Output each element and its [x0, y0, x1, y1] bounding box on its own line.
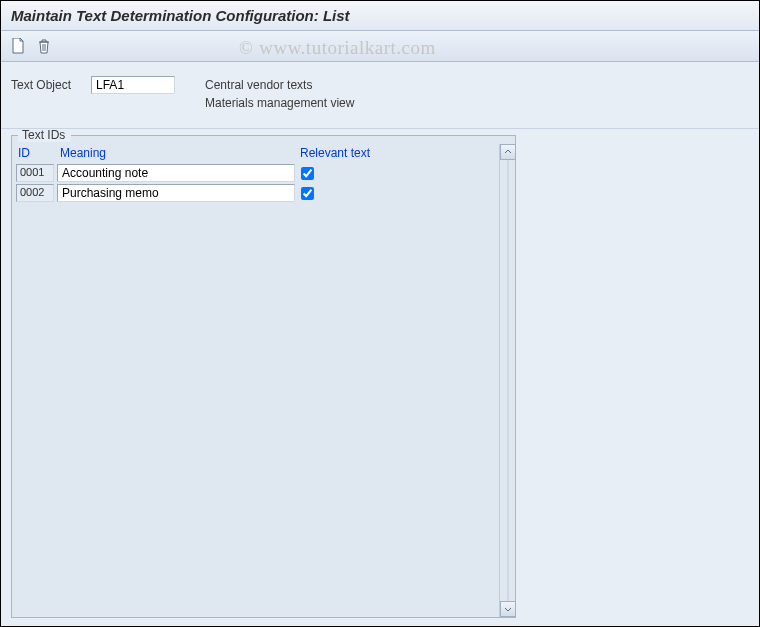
scroll-down-button[interactable]: [500, 601, 516, 617]
relevant-checkbox[interactable]: [301, 167, 314, 180]
document-icon: [11, 38, 25, 54]
vertical-scrollbar[interactable]: [499, 144, 515, 617]
meaning-input[interactable]: [57, 184, 295, 202]
header-area: Text Object Central vendor texts Materia…: [1, 62, 759, 129]
create-button[interactable]: [7, 35, 29, 57]
column-header-meaning[interactable]: Meaning: [56, 146, 296, 160]
text-ids-group: Text IDs ID Meaning Relevant text 0001 0…: [11, 135, 516, 618]
grid-header: ID Meaning Relevant text: [16, 146, 515, 160]
column-header-relevant[interactable]: Relevant text: [296, 146, 406, 160]
text-object-desc-line2: Materials management view: [205, 96, 354, 110]
cell-id: 0001: [16, 164, 54, 182]
table-row: 0001: [16, 164, 515, 182]
chevron-up-icon: [504, 148, 512, 156]
text-object-row: Text Object: [11, 76, 175, 94]
cell-id: 0002: [16, 184, 54, 202]
text-object-label: Text Object: [11, 78, 71, 92]
text-object-desc-line1: Central vendor texts: [205, 78, 354, 92]
text-ids-grid: ID Meaning Relevant text 0001 0002: [12, 146, 515, 204]
column-header-id[interactable]: ID: [16, 146, 56, 160]
text-object-input[interactable]: [91, 76, 175, 94]
toolbar: [1, 31, 759, 62]
chevron-down-icon: [504, 605, 512, 613]
meaning-input[interactable]: [57, 164, 295, 182]
scroll-up-button[interactable]: [500, 144, 516, 160]
delete-button[interactable]: [33, 35, 55, 57]
trash-icon: [37, 38, 51, 54]
scroll-track[interactable]: [507, 160, 509, 601]
relevant-checkbox[interactable]: [301, 187, 314, 200]
table-row: 0002: [16, 184, 515, 202]
body-area: Text IDs ID Meaning Relevant text 0001 0…: [1, 129, 759, 627]
page-title: Maintain Text Determination Configuratio…: [1, 1, 759, 31]
text-object-description: Central vendor texts Materials managemen…: [205, 76, 354, 110]
text-ids-group-title: Text IDs: [18, 129, 71, 142]
